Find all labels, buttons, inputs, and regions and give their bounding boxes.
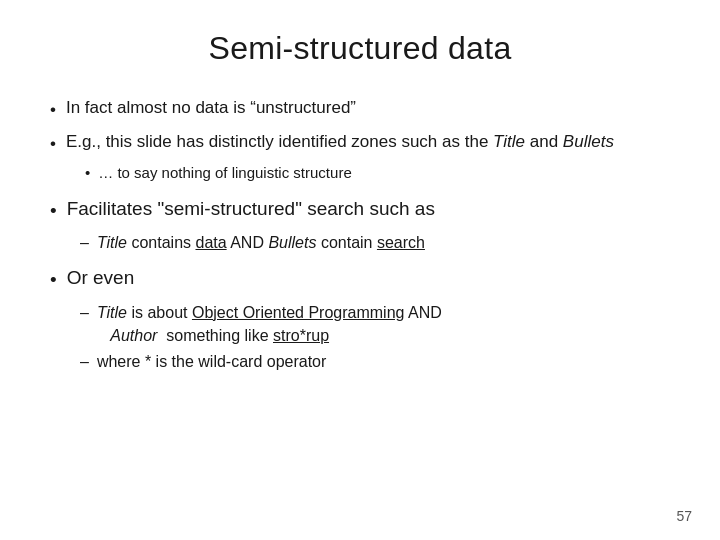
bullet-3: • Facilitates "semi-structured" search s… <box>50 195 670 226</box>
stroup-underline: stro*rup <box>273 327 329 344</box>
bullet-3-dash: – Title contains data AND Bullets contai… <box>80 231 670 254</box>
bullet-3-text: Facilitates "semi-structured" search suc… <box>67 195 435 223</box>
bullet-2: • E.g., this slide has distinctly identi… <box>50 129 670 157</box>
bullets-italic-2: Bullets <box>268 234 316 251</box>
bullet-1: • In fact almost no data is “unstructure… <box>50 95 670 123</box>
bullet-1-text: In fact almost no data is “unstructured” <box>66 95 356 121</box>
slide-content: • In fact almost no data is “unstructure… <box>50 95 670 373</box>
title-italic-2: Title <box>97 234 127 251</box>
bullet-2-sub-symbol: • <box>85 162 90 185</box>
oop-underline: Object Oriented Programming <box>192 304 405 321</box>
bullet-4-dash-2-symbol: – <box>80 350 89 373</box>
bullet-3-dash-symbol: – <box>80 231 89 254</box>
bullet-4-dash-1-symbol: – <box>80 301 89 324</box>
slide-title: Semi-structured data <box>50 30 670 67</box>
bullet-4-text: Or even <box>67 264 135 292</box>
bullet-2-sub: • … to say nothing of linguistic structu… <box>85 162 670 185</box>
author-italic: Author <box>110 327 157 344</box>
slide: Semi-structured data • In fact almost no… <box>0 0 720 540</box>
bullet-4-dash-2-text: where * is the wild-card operator <box>97 350 326 373</box>
bullet-4-dash-2: – where * is the wild-card operator <box>80 350 670 373</box>
title-italic-3: Title <box>97 304 127 321</box>
bullet-2-text: E.g., this slide has distinctly identifi… <box>66 129 614 155</box>
bullet-3-symbol: • <box>50 197 57 226</box>
bullet-4-dash-1-text: Title is about Object Oriented Programmi… <box>97 301 442 347</box>
page-number: 57 <box>676 508 692 524</box>
bullet-2-symbol: • <box>50 131 56 157</box>
bullet-4-symbol: • <box>50 266 57 295</box>
bullets-italic: Bullets <box>563 132 614 151</box>
bullet-3-dash-text: Title contains data AND Bullets contain … <box>97 231 425 254</box>
bullet-1-symbol: • <box>50 97 56 123</box>
data-underline: data <box>195 234 226 251</box>
bullet-2-sub-text: … to say nothing of linguistic structure <box>98 162 351 185</box>
title-italic: Title <box>493 132 525 151</box>
bullet-4: • Or even <box>50 264 670 295</box>
bullet-4-dash-1: – Title is about Object Oriented Program… <box>80 301 670 347</box>
search-underline: search <box>377 234 425 251</box>
